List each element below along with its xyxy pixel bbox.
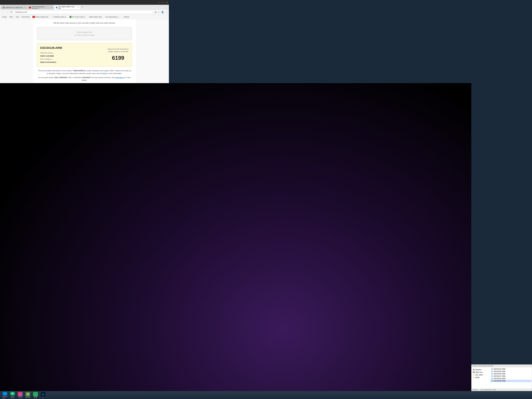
result-time-value: 2023:12:10 00:06:21 — [40, 61, 56, 63]
tab-label-dafont: nika Axis Font | dafont.com — [5, 7, 23, 8]
result-right: Exposures with mechanical shutter made u… — [108, 46, 129, 64]
result-filename: DSC04139.ARW — [40, 46, 104, 50]
bookmark-icon-definitive: ⊕ — [52, 16, 53, 18]
title-bar: — □ ✕ — [0, 0, 169, 5]
tab-label-shuttertool: Sōny Alpha shutter count tool — [58, 6, 76, 9]
bookmark-tr-badge: TR — [32, 16, 35, 18]
result-camera-value: SONY ILCE-6000 — [40, 55, 54, 57]
bookmark-label-allbook: All Book — [124, 16, 129, 18]
shutter-count: 6199 — [112, 54, 124, 62]
extensions-button[interactable]: ⊞ — [154, 11, 157, 13]
star-button[interactable]: ☆ — [158, 11, 160, 13]
url-bar[interactable] — [14, 10, 153, 14]
result-time-row: time of capture: — [40, 58, 104, 60]
tab-dafont[interactable]: nika Axis Font | dafont.com ✕ — [1, 5, 27, 9]
maximize-btn[interactable]: □ — [163, 1, 164, 4]
reload-button[interactable]: ↻ — [10, 10, 13, 14]
result-left: DSC04139.ARW detected camera: SONY ILCE-… — [40, 46, 104, 64]
bookmark-ac-tracks[interactable]: + AC Tracks Listing 3.... — [69, 16, 87, 18]
page-subtitle: Still the same tools.science.si tool, ju… — [37, 22, 132, 24]
tab-icon-shuttertool — [56, 6, 57, 8]
faq-link[interactable]: FAQ — [102, 72, 106, 74]
nav-bar: ← → ↻ ⊞ ☆ 👤 ⋯ — [0, 10, 169, 15]
info-paragraph-1: This tool provides information on the nu… — [37, 70, 132, 75]
bookmark-tools[interactable]: Tools — [15, 16, 20, 18]
file-dropzone[interactable]: Drag images here or click to select imag… — [37, 27, 132, 40]
bookmark-definitive[interactable]: ⊕ Definitive Guide to... — [51, 16, 68, 18]
bookmark-kmarks[interactable]: kmarks — [1, 16, 8, 18]
exposures-label: Exposures with mechanical shutter made u… — [108, 48, 129, 53]
tab-youtube[interactable]: Channel dashboard – YouTube S ✕ — [27, 5, 54, 9]
bookmark-label-subscriptions: Your Subscriptions |... — [105, 16, 119, 18]
profile-button[interactable]: 👤 — [161, 11, 164, 13]
tab-bar: nika Axis Font | dafont.com ✕ Channel da… — [0, 5, 169, 10]
close-btn[interactable]: ✕ — [166, 1, 168, 4]
bookmark-other[interactable]: Other — [8, 16, 14, 18]
bookmark-mybyu[interactable]: myBYU-Idaho | Mai... — [88, 16, 104, 18]
menu-button[interactable]: ⋯ — [165, 11, 168, 13]
dropzone-line2: or click to select image — [74, 34, 95, 37]
result-card: DSC04139.ARW detected camera: SONY ILCE-… — [37, 43, 132, 67]
detected-camera-label: detected camera: — [40, 52, 53, 54]
time-label: time of capture: — [40, 58, 52, 60]
bookmark-label-tools: Tools — [16, 16, 19, 18]
tab-close-dafont[interactable]: ✕ — [24, 6, 25, 8]
bookmark-label-mybyu: myBYU-Idaho | Mai... — [89, 16, 103, 18]
forward-button[interactable]: → — [6, 10, 9, 14]
bookmark-alignment[interactable]: TR What Is Alignment?... — [32, 16, 51, 18]
bookmark-label-kmarks: kmarks — [2, 16, 7, 18]
bookmark-label-alignment: What Is Alignment?... — [36, 16, 50, 18]
tab-close-youtube[interactable]: ✕ — [51, 6, 52, 8]
bookmark-label-definitive: Definitive Guide to... — [54, 16, 67, 18]
tab-icon-dafont — [3, 6, 5, 8]
bookmark-label-ac-tracks: AC Tracks Listing 3.... — [72, 16, 86, 18]
tab-shuttertool[interactable]: Sōny Alpha shutter count tool ✕ — [54, 5, 80, 9]
minimize-btn[interactable]: — — [158, 1, 161, 4]
result-camera-row: detected camera: — [40, 52, 104, 54]
tab-label-youtube: Channel dashboard – YouTube S — [32, 6, 50, 9]
desktop-background — [0, 83, 169, 127]
bookmarks-bar: kmarks Other Tools Benchmarks TR What Is… — [0, 15, 169, 19]
new-tab-button[interactable]: + — [81, 5, 84, 9]
dropzone-line1: Drag images here — [76, 31, 92, 34]
bookmark-label-other: Other — [9, 16, 13, 18]
bookmarks-divider — [121, 16, 122, 18]
instructions-link[interactable]: instructions — [115, 76, 124, 78]
nav-icons: ⊞ ☆ 👤 ⋯ — [154, 11, 168, 13]
bookmark-subscriptions[interactable]: Your Subscriptions |... — [104, 16, 120, 18]
back-button[interactable]: ← — [1, 10, 5, 14]
bookmark-ac-badge: + — [70, 16, 71, 18]
bookmark-benchmarks[interactable]: Benchmarks — [21, 16, 31, 18]
bookmark-label-benchmarks: Benchmarks — [22, 16, 30, 18]
result-camera-value-row: SONY ILCE-6000 — [40, 55, 104, 57]
tab-icon-youtube — [29, 6, 31, 8]
tab-close-shuttertool[interactable]: ✕ — [77, 6, 79, 8]
info-paragraph-2: For accurate results, ONLY ORIGINAL JPG … — [37, 76, 132, 82]
bookmark-allbook[interactable]: All Book — [123, 16, 130, 18]
result-time-value-row: 2023:12:10 00:06:21 — [40, 61, 104, 63]
